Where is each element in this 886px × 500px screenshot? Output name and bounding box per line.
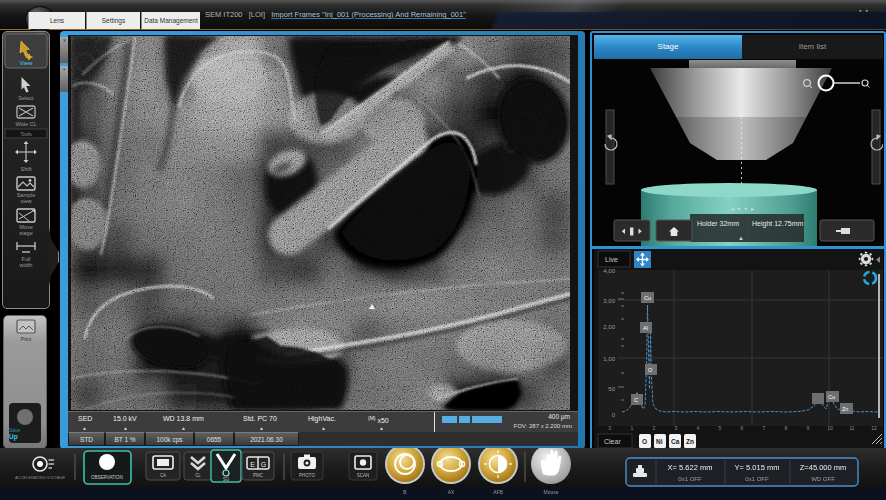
svg-text:Tools: Tools <box>20 131 32 137</box>
svg-text:0x1 OFF: 0x1 OFF <box>745 476 769 482</box>
svg-text:Ca: Ca <box>671 438 680 445</box>
svg-text:X= 5.622 mm: X= 5.622 mm <box>668 463 713 472</box>
svg-text:Holder 32mm: Holder 32mm <box>697 220 739 227</box>
svg-text:0x1 OFF: 0x1 OFF <box>678 476 702 482</box>
svg-text:Zn: Zn <box>686 438 694 445</box>
svg-text:0: 0 <box>609 425 612 431</box>
svg-text:Zn: Zn <box>842 406 848 412</box>
svg-text:4,00: 4,00 <box>603 268 615 274</box>
svg-text:12: 12 <box>871 425 877 431</box>
svg-text:OBSERVATION: OBSERVATION <box>91 475 123 480</box>
svg-text:Cu: Cu <box>828 394 835 400</box>
svg-text:C: C <box>634 397 638 403</box>
svg-text:SG: SG <box>223 477 230 482</box>
svg-text:AX: AX <box>448 489 455 495</box>
svg-text:O: O <box>648 367 653 373</box>
svg-text:Select: Select <box>18 95 34 101</box>
svg-text:SCAN: SCAN <box>357 473 370 478</box>
svg-text:3,00: 3,00 <box>603 298 615 304</box>
svg-text:ACCELERATING VOLTAGE: ACCELERATING VOLTAGE <box>15 475 66 480</box>
svg-text:Y= 5.015 mm: Y= 5.015 mm <box>735 463 780 472</box>
svg-text:Cu: Cu <box>644 295 651 301</box>
svg-text:7: 7 <box>763 425 766 431</box>
svg-text:Ni: Ni <box>656 438 663 445</box>
svg-text:Height 12.75mm: Height 12.75mm <box>752 220 804 228</box>
svg-text:G: G <box>261 461 266 468</box>
svg-text:►: ► <box>750 206 755 212</box>
svg-text:CA: CA <box>160 473 166 478</box>
svg-text:O: O <box>642 438 647 445</box>
svg-text:1,00: 1,00 <box>603 356 615 362</box>
svg-text:6: 6 <box>741 425 744 431</box>
svg-text:▲: ▲ <box>738 235 744 241</box>
svg-text:View: View <box>20 60 34 66</box>
svg-text:3: 3 <box>675 425 678 431</box>
svg-text:stage: stage <box>19 230 32 236</box>
svg-text:10: 10 <box>827 425 833 431</box>
svg-text:50: 50 <box>608 386 615 392</box>
svg-text:view: view <box>20 198 31 204</box>
svg-text:Shift: Shift <box>20 166 31 172</box>
svg-text:CL: CL <box>195 473 201 478</box>
svg-text:Clear: Clear <box>604 438 621 445</box>
svg-text:2: 2 <box>653 425 656 431</box>
svg-text:Al: Al <box>643 325 648 331</box>
svg-text:PHOTO: PHOTO <box>299 473 315 478</box>
svg-text:AFB: AFB <box>493 489 503 495</box>
svg-text:Z=45.000 mm: Z=45.000 mm <box>800 463 846 472</box>
svg-text:Wide CL: Wide CL <box>15 121 36 127</box>
svg-text:2,00: 2,00 <box>603 324 615 330</box>
svg-text:PMC: PMC <box>253 473 264 478</box>
svg-text:WD OFF: WD OFF <box>811 476 835 482</box>
svg-text:Live: Live <box>605 256 618 263</box>
svg-text:8: 8 <box>785 425 788 431</box>
svg-text:1: 1 <box>631 425 634 431</box>
svg-text:Print: Print <box>21 336 32 342</box>
svg-text:●: ● <box>744 205 747 211</box>
svg-text:E: E <box>250 461 255 468</box>
svg-text:9: 9 <box>807 425 810 431</box>
svg-text:5: 5 <box>719 425 722 431</box>
svg-text:11: 11 <box>849 425 854 431</box>
svg-text:4: 4 <box>697 425 700 431</box>
svg-text:width: width <box>19 262 33 268</box>
svg-text:◄: ◄ <box>730 206 735 212</box>
svg-text:Mouse: Mouse <box>543 489 558 495</box>
svg-text:●: ● <box>737 205 740 211</box>
